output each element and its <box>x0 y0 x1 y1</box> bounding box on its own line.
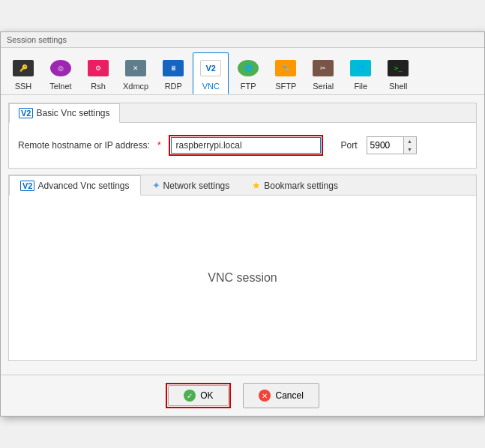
proto-ssh[interactable]: 🔑 SSH <box>5 52 41 94</box>
vnc-tab-icon: V2 <box>19 108 33 118</box>
telnet-icon: ◎ <box>50 60 71 76</box>
proto-rsh-label: Rsh <box>91 82 106 91</box>
protocol-bar: 🔑 SSH ◎ Telnet ⚙ Rsh ✕ Xdmcp 🖥 RD <box>1 48 484 95</box>
port-spin-down[interactable]: ▼ <box>404 145 416 154</box>
rdp-icon: 🖥 <box>163 60 184 76</box>
proto-rsh[interactable]: ⚙ Rsh <box>80 52 116 94</box>
lower-tabs-panel: V2 Advanced Vnc settings ✦ Network setti… <box>8 175 477 361</box>
lower-tab-header: V2 Advanced Vnc settings ✦ Network setti… <box>9 175 476 196</box>
file-icon: 🌐 <box>350 60 371 76</box>
proto-ftp[interactable]: 🌐 FTP <box>230 52 266 94</box>
xdmcp-icon: ✕ <box>125 60 146 76</box>
port-spinbox: ▲ ▼ <box>367 136 417 154</box>
dialog-footer: ✓ OK ✕ Cancel <box>1 375 484 416</box>
port-spin-buttons: ▲ ▼ <box>403 137 416 154</box>
shell-icon: >_ <box>388 60 409 76</box>
basic-vnc-tab-header: V2 Basic Vnc settings <box>9 103 476 123</box>
proto-xdmcp[interactable]: ✕ Xdmcp <box>118 52 154 94</box>
ok-button[interactable]: ✓ OK <box>168 385 229 406</box>
proto-shell[interactable]: >_ Shell <box>380 52 416 94</box>
proto-ssh-label: SSH <box>15 82 32 91</box>
proto-sftp[interactable]: 🔧 SFTP <box>268 52 304 94</box>
proto-vnc[interactable]: V2 VNC <box>193 52 229 94</box>
ftp-icon: 🌐 <box>238 60 259 76</box>
basic-vnc-tab[interactable]: V2 Basic Vnc settings <box>9 103 120 123</box>
serial-icon: ✂ <box>313 60 334 76</box>
proto-telnet-label: Telnet <box>49 82 71 91</box>
tab-advanced-vnc[interactable]: V2 Advanced Vnc settings <box>9 175 141 196</box>
ssh-icon: 🔑 <box>13 60 34 76</box>
network-icon: ✦ <box>152 180 160 191</box>
cancel-icon: ✕ <box>259 390 271 402</box>
tab-advanced-vnc-label: Advanced Vnc settings <box>37 181 129 191</box>
vnc-icon: V2 <box>200 60 221 76</box>
tab-network-label: Network settings <box>163 181 230 191</box>
ok-button-wrap: ✓ OK <box>166 383 231 408</box>
proto-ftp-label: FTP <box>241 82 256 91</box>
proto-file-label: File <box>354 82 367 91</box>
session-area-text: VNC session <box>208 271 277 285</box>
ok-icon: ✓ <box>184 390 196 402</box>
hostname-input-wrap <box>169 135 323 156</box>
sftp-icon: 🔧 <box>275 60 296 76</box>
basic-settings-content: Remote hostname or IP address: * Port ▲ … <box>9 123 476 168</box>
cancel-button[interactable]: ✕ Cancel <box>243 383 319 408</box>
port-label: Port <box>341 140 358 151</box>
proto-file[interactable]: 🌐 File <box>343 52 379 94</box>
proto-sftp-label: SFTP <box>275 82 296 91</box>
advanced-vnc-tab-icon: V2 <box>20 181 34 191</box>
tab-network[interactable]: ✦ Network settings <box>141 175 241 195</box>
port-input[interactable] <box>367 138 403 153</box>
ok-label: OK <box>200 390 213 401</box>
dialog-titlebar: Session settings <box>1 32 484 48</box>
required-indicator: * <box>157 140 161 151</box>
proto-shell-label: Shell <box>389 82 407 91</box>
proto-serial[interactable]: ✂ Serial <box>305 52 341 94</box>
bookmark-star-icon: ★ <box>252 180 261 191</box>
rsh-icon: ⚙ <box>88 60 109 76</box>
proto-telnet[interactable]: ◎ Telnet <box>43 52 79 94</box>
proto-xdmcp-label: Xdmcp <box>123 82 148 91</box>
dialog-title: Session settings <box>7 35 67 44</box>
proto-vnc-label: VNC <box>202 82 220 91</box>
proto-serial-label: Serial <box>313 82 334 91</box>
proto-rdp[interactable]: 🖥 RDP <box>155 52 191 94</box>
hostname-label: Remote hostname or IP address: <box>18 140 150 151</box>
basic-vnc-tab-label: Basic Vnc settings <box>36 108 109 118</box>
cancel-label: Cancel <box>275 390 303 401</box>
session-content-area: VNC session <box>9 196 476 360</box>
proto-rdp-label: RDP <box>165 82 182 91</box>
session-settings-dialog: Session settings 🔑 SSH ◎ Telnet ⚙ Rsh ✕ … <box>0 31 485 417</box>
tab-bookmark-label: Bookmark settings <box>264 181 338 191</box>
tab-bookmark[interactable]: ★ Bookmark settings <box>241 175 349 195</box>
hostname-input[interactable] <box>171 137 321 154</box>
basic-vnc-panel: V2 Basic Vnc settings Remote hostname or… <box>8 103 477 169</box>
content-area: V2 Basic Vnc settings Remote hostname or… <box>1 95 484 375</box>
port-spin-up[interactable]: ▲ <box>404 137 416 145</box>
